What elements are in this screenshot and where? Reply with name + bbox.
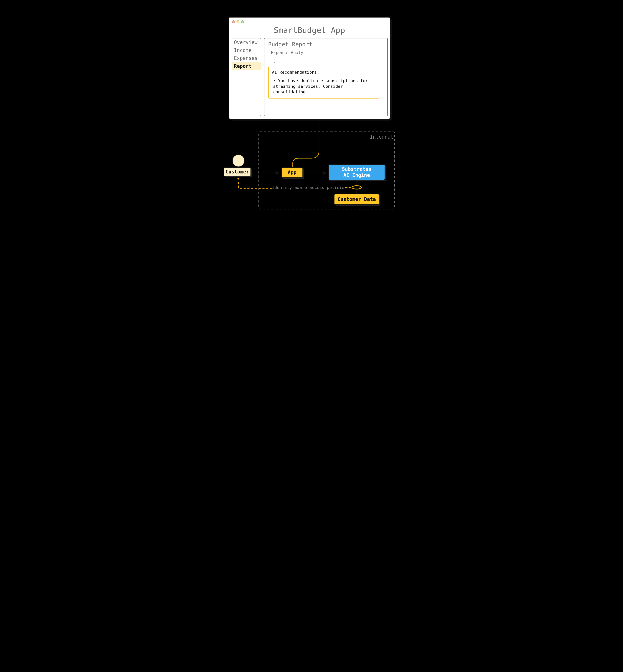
customer-avatar-icon (232, 154, 245, 167)
policy-label: Identity-aware access policies (272, 185, 347, 190)
policy-path-left (238, 178, 272, 188)
customer-node-label: Customer (226, 169, 249, 175)
app-node-label: App (288, 170, 297, 175)
engine-node: Substratus AI Engine (328, 164, 385, 180)
app-node: App (281, 167, 303, 178)
customer-data-node: Customer Data (334, 194, 379, 205)
engine-node-label-line1: Substratus (342, 166, 372, 172)
customer-node: Customer (224, 167, 251, 176)
diagram-stage: SmartBudget App Overview Income Expenses… (210, 0, 413, 220)
connector-reco-to-app (293, 93, 319, 167)
internal-label: Internal (370, 134, 393, 140)
policy-origin-dot-icon (237, 177, 240, 180)
customer-data-node-label: Customer Data (337, 197, 376, 202)
engine-node-label-line2: AI Engine (344, 172, 370, 178)
